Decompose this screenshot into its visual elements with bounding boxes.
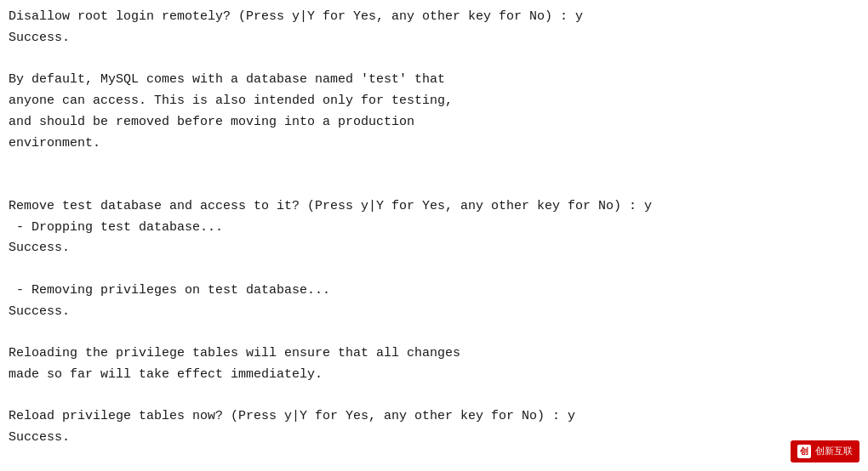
watermark-text: 创新互联 [815, 444, 853, 459]
terminal-window: Disallow root login remotely? (Press y|Y… [0, 0, 868, 471]
watermark-badge: 创 创新互联 [791, 440, 859, 462]
terminal-output: Disallow root login remotely? (Press y|Y… [9, 7, 859, 471]
watermark-icon-char: 创 [800, 445, 808, 458]
watermark-icon: 创 [797, 445, 811, 458]
